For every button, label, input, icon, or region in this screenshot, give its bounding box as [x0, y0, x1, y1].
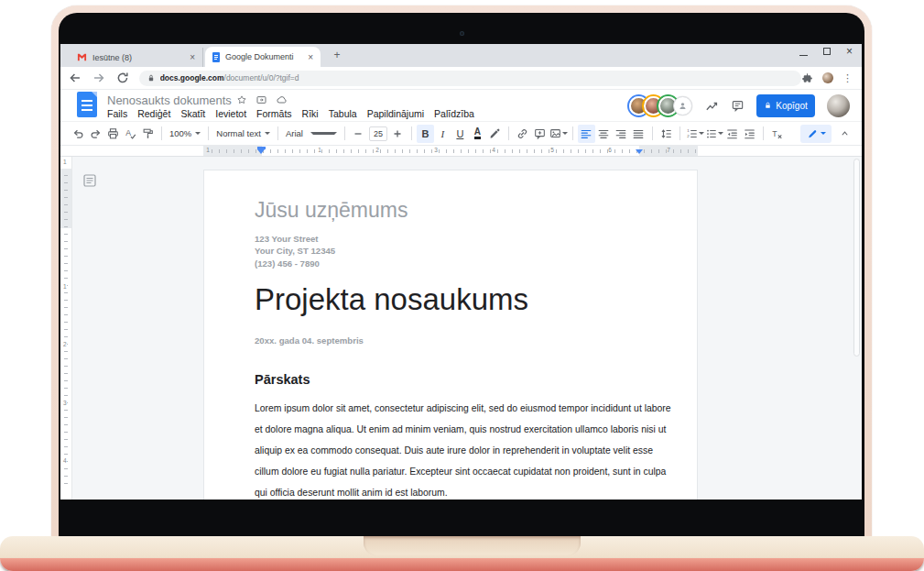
paint-format-button[interactable]	[139, 125, 157, 143]
menu-skatit[interactable]: Skatīt	[180, 108, 205, 119]
horizontal-ruler: 1 1 2 3 4 5 6 7	[60, 146, 862, 157]
document-title[interactable]: Nenosaukts dokuments	[107, 93, 232, 107]
person-icon	[678, 101, 688, 111]
undo-button[interactable]	[70, 125, 87, 143]
new-tab-button[interactable]: +	[330, 49, 344, 63]
numbered-list-button[interactable]: 12	[685, 125, 704, 143]
laptop-mockup: Iesūtne (8) × Google Dokumenti × + × do	[0, 0, 924, 571]
scrollbar-thumb[interactable]	[853, 159, 860, 357]
chevron-down-icon	[821, 132, 826, 135]
font-family-select[interactable]: Arial	[283, 125, 340, 143]
increase-indent-button[interactable]	[741, 125, 758, 143]
tab-label: Iesūtne (8)	[92, 53, 184, 62]
menu-riki[interactable]: Rīki	[302, 108, 319, 119]
address-bar[interactable]: docs.google.com/document/u/0/?tgif=d	[139, 71, 801, 86]
font-size-input[interactable]: 25	[369, 126, 387, 141]
paragraph-style-select[interactable]: Normal text	[213, 125, 273, 143]
menu-rediget[interactable]: Rediģēt	[137, 108, 170, 119]
redo-button[interactable]	[87, 125, 104, 143]
clear-formatting-button[interactable]: T	[768, 125, 786, 143]
address-line: 123 Your Street	[255, 233, 335, 245]
increase-font-size-button[interactable]	[389, 125, 407, 143]
italic-button[interactable]: I	[434, 125, 451, 143]
text-color-button[interactable]: A	[469, 125, 486, 143]
decrease-font-size-button[interactable]	[350, 125, 367, 143]
svg-text:2: 2	[687, 134, 690, 138]
address-line: (123) 456 - 7890	[255, 258, 335, 269]
tab-close-icon[interactable]: ×	[308, 52, 313, 62]
align-left-button[interactable]	[578, 125, 595, 143]
menu-ievietot[interactable]: Ievietot	[215, 108, 246, 119]
laptop-base	[0, 536, 924, 571]
section-heading: Pārskats	[255, 372, 310, 387]
share-button[interactable]: Kopīgot	[756, 94, 815, 117]
highlight-color-button[interactable]	[486, 125, 504, 143]
date-line: 20xx. gada 04. septembris	[255, 335, 364, 346]
decrease-indent-button[interactable]	[723, 125, 741, 143]
align-right-button[interactable]	[613, 125, 630, 143]
cloud-status-icon[interactable]	[276, 94, 288, 105]
forward-icon[interactable]	[90, 71, 108, 85]
chevron-down-icon	[265, 132, 270, 135]
align-center-button[interactable]	[595, 125, 613, 143]
company-address: 123 Your Street Your City, ST 12345 (123…	[255, 233, 335, 269]
tab-gmail[interactable]: Iesūtne (8) ×	[70, 48, 203, 67]
bold-button[interactable]: B	[417, 125, 434, 143]
chevron-down-icon	[310, 132, 337, 135]
underline-button[interactable]: U	[451, 125, 469, 143]
browser-toolbar: docs.google.com/document/u/0/?tgif=d ⋮	[60, 67, 862, 90]
close-button[interactable]: ×	[846, 47, 853, 56]
collaborator-avatars	[629, 96, 692, 115]
zoom-select[interactable]: 100%	[167, 125, 203, 143]
extensions-puzzle-icon[interactable]	[801, 72, 813, 84]
address-line: Your City, ST 12345	[255, 245, 335, 257]
webcam-dot	[460, 31, 464, 36]
reload-icon[interactable]	[114, 71, 132, 85]
vertical-ruler: 1 1 2 3 4	[60, 157, 72, 500]
bulleted-list-button[interactable]	[704, 125, 723, 143]
google-docs-icon[interactable]	[77, 92, 97, 117]
menu-papildinajumi[interactable]: Papildinājumi	[367, 108, 424, 119]
comment-icon[interactable]	[731, 99, 745, 113]
url-text: docs.google.com/document/u/0/?tgif=d	[160, 73, 299, 82]
insights-trend-icon[interactable]	[704, 99, 719, 113]
minimize-button[interactable]	[799, 55, 808, 56]
browser-profile-avatar[interactable]	[822, 72, 833, 83]
window-controls: ×	[799, 47, 853, 56]
tab-close-icon[interactable]: ×	[190, 52, 195, 62]
menu-tabula[interactable]: Tabula	[329, 108, 357, 119]
document-canvas: 1 1 2 3 4 Jūsu uzņēmums 123 Your Street …	[60, 157, 862, 500]
tab-google-docs[interactable]: Google Dokumenti ×	[205, 47, 321, 67]
star-icon[interactable]	[236, 94, 247, 105]
move-folder-icon[interactable]	[255, 94, 267, 105]
insert-image-button[interactable]	[549, 125, 568, 143]
print-button[interactable]	[104, 125, 122, 143]
add-comment-button[interactable]	[531, 125, 549, 143]
lock-icon	[764, 101, 772, 110]
chevron-down-icon	[562, 132, 568, 135]
svg-text:A: A	[125, 127, 131, 137]
spelling-check-button[interactable]: A	[122, 125, 139, 143]
justify-button[interactable]	[630, 125, 647, 143]
back-icon[interactable]	[66, 71, 84, 85]
laptop-lid-notch	[364, 536, 581, 555]
menu-fails[interactable]: Fails	[107, 108, 127, 119]
anonymous-viewer-avatar[interactable]	[673, 96, 692, 115]
menu-palidziba[interactable]: Palīdzība	[434, 108, 474, 119]
maximize-button[interactable]	[823, 48, 831, 55]
right-indent-marker[interactable]	[636, 149, 643, 154]
document-outline-button[interactable]	[81, 171, 99, 190]
document-page[interactable]: Jūsu uzņēmums 123 Your Street Your City,…	[203, 170, 698, 500]
browser-menu-icon[interactable]: ⋮	[842, 72, 853, 84]
left-indent-marker[interactable]	[257, 147, 266, 154]
editing-mode-button[interactable]	[800, 125, 832, 143]
gmail-icon	[77, 53, 87, 61]
docs-header: Nenosaukts dokuments Fails Rediģēt Skatī…	[60, 90, 862, 121]
chevron-down-icon	[195, 132, 201, 135]
insert-link-button[interactable]	[514, 125, 531, 143]
collapse-toolbar-icon[interactable]	[839, 128, 851, 138]
account-avatar[interactable]	[827, 94, 850, 117]
line-spacing-button[interactable]	[658, 125, 675, 143]
menu-formats[interactable]: Formāts	[256, 108, 292, 119]
docs-toolbar: A 100% Normal text Arial 25 B I U A	[60, 121, 862, 146]
